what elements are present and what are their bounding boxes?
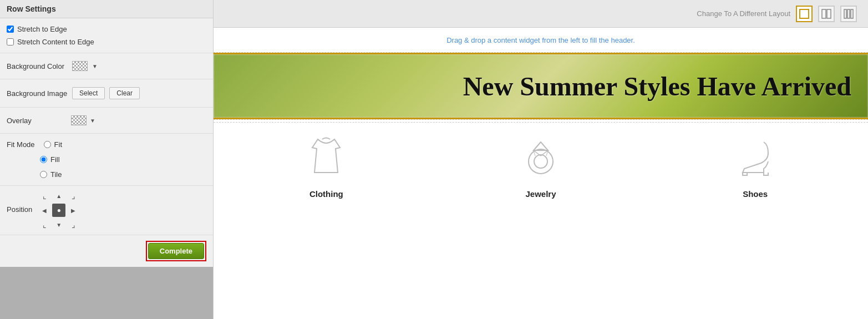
shoes-icon: [733, 134, 778, 184]
drag-drop-area: Drag & drop a content widget from the le…: [214, 28, 868, 53]
banner-heading: New Summer Styles Have Arrived: [463, 71, 851, 102]
clothing-label: Clothing: [309, 189, 343, 199]
clear-button[interactable]: Clear: [109, 87, 140, 99]
fit-mode-label: Fit Mode: [7, 140, 35, 149]
overlay-dropdown-arrow[interactable]: ▼: [90, 118, 95, 124]
bg-color-label: Background Color: [7, 62, 68, 70]
position-grid: ⌞ ▲ ⌟ ◀ ● ▶ ⌞ ▼ ⌟: [38, 189, 80, 231]
fit-option-tile-row: Tile: [7, 167, 206, 182]
fit-option-tile[interactable]: Tile: [40, 168, 62, 181]
stretch-content-row[interactable]: Stretch Content to Edge: [7, 36, 206, 48]
complete-btn-wrapper: Complete: [146, 241, 206, 261]
svg-rect-4: [847, 9, 850, 18]
product-item-clothing: Clothing: [304, 134, 348, 199]
stretch-settings-section: Stretch to Edge Stretch Content to Edge: [0, 18, 213, 53]
complete-button[interactable]: Complete: [148, 243, 204, 259]
product-item-jewelry: Jewelry: [519, 134, 563, 199]
stretch-content-checkbox[interactable]: [7, 38, 14, 45]
top-toolbar: Change To A Different Layout: [214, 0, 868, 28]
fit-label: Fit: [54, 140, 62, 149]
pos-bottom-right[interactable]: ⌟: [67, 218, 80, 231]
product-item-shoes: Shoes: [733, 134, 778, 199]
tile-label: Tile: [50, 170, 62, 179]
change-layout-label: Change To A Different Layout: [697, 9, 790, 18]
overlay-swatch[interactable]: [71, 115, 87, 125]
stretch-to-edge-row[interactable]: Stretch to Edge: [7, 23, 206, 36]
position-grid-wrapper: Position ⌞ ▲ ⌟ ◀ ● ▶ ⌞ ▼ ⌟: [7, 189, 206, 231]
fit-option-fill[interactable]: Fill: [40, 153, 60, 166]
bg-color-row: Background Color ▼: [7, 58, 206, 74]
right-panel: Change To A Different Layout Drag & drop…: [214, 0, 868, 319]
layout-3col-btn[interactable]: [840, 6, 857, 22]
panel-title: Row Settings: [0, 0, 213, 18]
svg-point-7: [534, 155, 547, 168]
drag-drop-text: Drag & drop a content widget from the le…: [446, 36, 635, 44]
left-panel: Row Settings Stretch to Edge Stretch Con…: [0, 0, 214, 319]
fit-option-fit[interactable]: Fit: [44, 138, 62, 151]
fill-label: Fill: [50, 155, 60, 164]
pos-top-right[interactable]: ⌟: [67, 189, 80, 202]
fill-radio[interactable]: [40, 156, 47, 163]
overlay-section: Overlay ▼: [0, 108, 213, 134]
bg-image-section: Background Image Select Clear: [0, 79, 213, 108]
bg-color-dropdown-arrow[interactable]: ▼: [92, 63, 98, 69]
pos-middle-left[interactable]: ◀: [38, 204, 51, 217]
bg-image-label: Background Image: [7, 89, 68, 98]
layout-2col-btn[interactable]: [818, 6, 835, 22]
pos-bottom-left[interactable]: ⌞: [38, 218, 51, 231]
overlay-label: Overlay: [7, 117, 68, 125]
bg-color-swatch[interactable]: [72, 61, 88, 71]
jewelry-label: Jewelry: [525, 189, 556, 199]
svg-rect-0: [800, 9, 809, 18]
stretch-to-edge-label: Stretch to Edge: [17, 25, 67, 33]
banner-section: New Summer Styles Have Arrived: [214, 53, 868, 119]
pos-middle-right[interactable]: ▶: [67, 204, 80, 217]
pos-top-left[interactable]: ⌞: [38, 189, 51, 202]
complete-area: Complete: [0, 235, 213, 267]
banner-text-area: New Summer Styles Have Arrived: [214, 54, 868, 118]
tile-radio[interactable]: [40, 171, 47, 178]
stretch-to-edge-checkbox[interactable]: [7, 26, 14, 33]
jewelry-icon: [519, 134, 563, 184]
clothing-icon: [304, 134, 348, 184]
bg-image-row: Background Image Select Clear: [7, 84, 206, 103]
shoes-label: Shoes: [743, 189, 768, 199]
select-button[interactable]: Select: [72, 87, 105, 99]
products-section: Clothing Jewe: [214, 122, 868, 319]
products-grid: Clothing Jewe: [225, 134, 857, 199]
fit-mode-label-row: Fit Mode Fit: [7, 137, 206, 152]
svg-rect-1: [822, 9, 826, 18]
pos-top-center[interactable]: ▲: [52, 189, 65, 202]
svg-point-6: [529, 149, 553, 174]
svg-rect-5: [851, 9, 853, 18]
svg-rect-2: [827, 9, 831, 18]
fit-radio[interactable]: [44, 141, 51, 148]
bg-color-section: Background Color ▼: [0, 53, 213, 79]
pos-middle-center[interactable]: ●: [52, 204, 65, 217]
layout-1col-btn[interactable]: [796, 6, 813, 22]
stretch-content-label: Stretch Content to Edge: [17, 38, 94, 46]
fit-option-fill-row: Fill: [7, 152, 206, 167]
fit-mode-section: Fit Mode Fit Fill Tile: [0, 134, 213, 186]
position-label: Position: [7, 205, 32, 214]
svg-rect-3: [844, 9, 846, 18]
pos-bottom-center[interactable]: ▼: [52, 218, 65, 231]
panel-bottom: [0, 267, 213, 319]
position-section: Position ⌞ ▲ ⌟ ◀ ● ▶ ⌞ ▼ ⌟: [0, 186, 213, 235]
overlay-row: Overlay ▼: [7, 112, 206, 129]
